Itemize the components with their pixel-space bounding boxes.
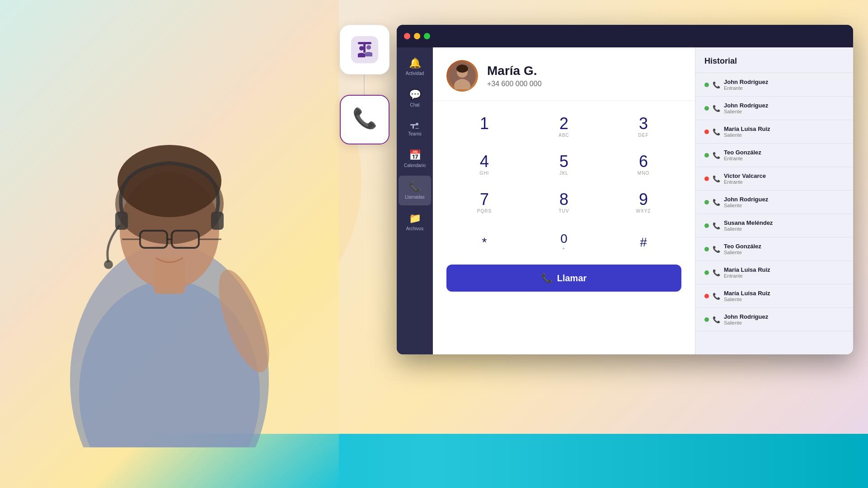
status-dot [704, 223, 709, 228]
svg-point-19 [359, 46, 364, 51]
status-dot [704, 317, 709, 322]
call-type-icon: 📞 [713, 128, 720, 135]
main-content: María G. +34 600 000 000 1 2 ABC [433, 47, 853, 354]
contact-avatar [446, 60, 478, 92]
teams-app-icon-box[interactable] [340, 25, 389, 74]
history-type: Saliente [724, 132, 844, 138]
call-type-icon: 📞 [713, 316, 720, 323]
sidebar-item-teams[interactable]: Teams [399, 115, 431, 142]
history-item[interactable]: 📞 John Rodríguez Saliente [695, 191, 853, 214]
minimize-button[interactable] [414, 33, 420, 39]
history-type: Entrante [724, 156, 844, 161]
history-name: María Luisa Ruiz [724, 125, 844, 132]
sidebar-label-actividad: Actividad [406, 71, 424, 76]
dial-num-7: 7 [480, 191, 489, 208]
history-type: Entrante [724, 85, 844, 91]
dial-key-1[interactable]: 1 [446, 110, 522, 144]
files-icon: 📁 [409, 213, 421, 224]
dial-key-3[interactable]: 3 DEF [605, 110, 681, 144]
dial-key-8[interactable]: 8 TUV [526, 186, 602, 220]
phone-icon: 📞 [351, 106, 378, 133]
history-type: Saliente [724, 109, 844, 114]
contact-info: María G. +34 600 000 000 [433, 47, 695, 101]
dial-key-2[interactable]: 2 ABC [526, 110, 602, 144]
maximize-button[interactable] [424, 33, 430, 39]
dial-key-6[interactable]: 6 MNO [605, 148, 681, 182]
dial-num-star: * [482, 236, 487, 249]
call-type-icon: 📞 [713, 293, 720, 300]
dial-key-5[interactable]: 5 JKL [526, 148, 602, 182]
sidebar-label-llamadas: Llamadas [405, 195, 424, 200]
sidebar-item-llamadas[interactable]: 📞 Llamadas [399, 176, 431, 205]
svg-rect-17 [363, 42, 366, 53]
dial-key-7[interactable]: 7 PQRS [446, 186, 522, 220]
history-info: Susana Meléndez Saliente [724, 219, 844, 232]
dialpad-area: María G. +34 600 000 000 1 2 ABC [433, 47, 695, 354]
phone-app-icon-box[interactable]: 📞 [340, 95, 389, 144]
history-name: John Rodríguez [724, 102, 844, 109]
phone-nav-icon: 📞 [409, 181, 421, 193]
history-item[interactable]: 📞 María Luisa Ruiz Entrante [695, 261, 853, 284]
svg-rect-13 [211, 212, 224, 230]
call-button-label: Llamar [557, 273, 587, 284]
svg-point-27 [456, 65, 468, 73]
svg-rect-22 [413, 124, 414, 129]
status-dot [704, 247, 709, 251]
call-button[interactable]: 📞 Llamar [446, 265, 681, 292]
teams-window: 🔔 Actividad 💬 Chat Teams 📅 Calendario [397, 25, 853, 354]
history-info: Teo González Entrante [724, 149, 844, 161]
history-item[interactable]: 📞 John Rodríguez Saliente [695, 97, 853, 120]
dial-sub-4: GHI [480, 171, 489, 177]
history-name: John Rodríguez [724, 196, 844, 203]
dial-sub-3: DEF [638, 133, 649, 139]
dial-key-4[interactable]: 4 GHI [446, 148, 522, 182]
sidebar-item-calendario[interactable]: 📅 Calendario [399, 144, 431, 174]
person-silhouette [23, 41, 316, 447]
dial-sub-5: JKL [559, 171, 568, 177]
history-item[interactable]: 📞 John Rodríguez Entrante [695, 73, 853, 97]
history-name: John Rodríguez [724, 79, 844, 85]
teams-nav-icon [409, 121, 420, 131]
call-type-icon: 📞 [713, 175, 720, 182]
status-dot [704, 153, 709, 158]
dial-sub-7: PQRS [477, 209, 492, 215]
status-dot [704, 177, 709, 181]
icon-connector [364, 74, 365, 97]
sidebar-item-actividad[interactable]: 🔔 Actividad [399, 52, 431, 82]
history-item[interactable]: 📞 Susana Meléndez Saliente [695, 214, 853, 237]
dial-num-9: 9 [639, 191, 648, 208]
contact-name: María G. [487, 64, 542, 78]
person-background [0, 0, 339, 488]
dial-sub-6: MNO [638, 171, 649, 177]
history-item[interactable]: 📞 María Luisa Ruiz Saliente [695, 284, 853, 308]
history-info: Victor Valcarce Entrante [724, 172, 844, 185]
history-item[interactable]: 📞 María Luisa Ruiz Saliente [695, 120, 853, 144]
status-dot [704, 83, 709, 87]
call-type-icon: 📞 [713, 246, 720, 253]
history-list: 📞 John Rodríguez Entrante 📞 John Rodrígu… [695, 73, 853, 331]
history-item[interactable]: 📞 Victor Valcarce Entrante [695, 167, 853, 191]
close-button[interactable] [404, 33, 410, 39]
dialpad-grid: 1 2 ABC 3 DEF 4 GHI [446, 110, 681, 220]
dial-key-star[interactable]: * [446, 227, 522, 258]
history-item[interactable]: 📞 John Rodríguez Saliente [695, 308, 853, 331]
call-type-icon: 📞 [713, 199, 720, 206]
history-name: Teo González [724, 243, 844, 250]
history-item[interactable]: 📞 Teo González Entrante [695, 144, 853, 167]
history-info: María Luisa Ruiz Saliente [724, 125, 844, 138]
dial-key-9[interactable]: 9 WXYZ [605, 186, 681, 220]
dial-key-0[interactable]: 0 + [526, 227, 602, 258]
status-dot [704, 200, 709, 204]
call-type-icon: 📞 [713, 152, 720, 159]
history-name: Susana Meléndez [724, 219, 844, 226]
history-info: John Rodríguez Saliente [724, 196, 844, 208]
sidebar-item-chat[interactable]: 💬 Chat [399, 84, 431, 113]
history-item[interactable]: 📞 Teo González Saliente [695, 237, 853, 261]
dial-key-hash[interactable]: # [605, 227, 681, 258]
sidebar: 🔔 Actividad 💬 Chat Teams 📅 Calendario [397, 47, 433, 354]
sidebar-item-archivos[interactable]: 📁 Archivos [399, 207, 431, 237]
avatar-svg [449, 62, 476, 89]
status-dot [704, 106, 709, 111]
history-type: Saliente [724, 320, 844, 325]
history-type: Saliente [724, 203, 844, 208]
